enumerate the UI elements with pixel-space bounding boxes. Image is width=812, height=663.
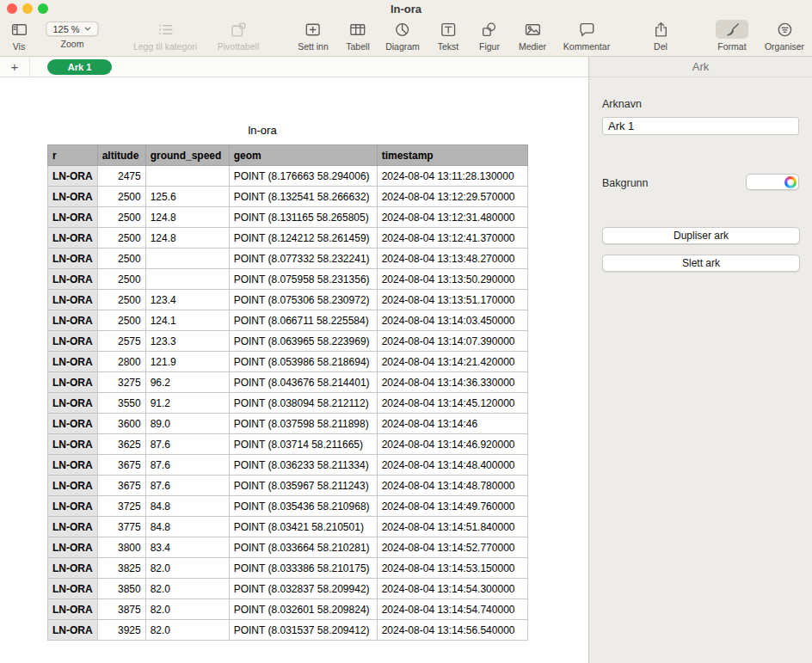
row-header-cell[interactable]: LN-ORA (48, 187, 98, 207)
toolbar-view-button[interactable]: Vis (9, 20, 28, 52)
duplicate-sheet-button[interactable]: Dupliser ark (602, 227, 800, 244)
table-cell[interactable]: 2024-08-04 13:14:56.540000 (377, 620, 527, 641)
table-cell[interactable]: 3850 (97, 579, 145, 599)
table-cell[interactable]: 2024-08-04 13:14:46.920000 (377, 434, 527, 455)
table-cell[interactable]: 2024-08-04 13:14:54.300000 (377, 579, 527, 599)
background-color-well[interactable] (746, 174, 799, 190)
column-header[interactable]: timestamp (377, 145, 527, 166)
table-cell[interactable]: 2500 (97, 187, 145, 207)
table-cell[interactable]: 96.2 (145, 372, 229, 393)
sheet-tab-ark1[interactable]: Ark 1 (47, 59, 112, 75)
table-cell[interactable]: 2024-08-04 13:14:03.450000 (377, 310, 527, 331)
table-cell[interactable]: POINT (8.063965 58.223969) (229, 331, 377, 352)
row-header-cell[interactable]: LN-ORA (48, 352, 98, 372)
row-header-cell[interactable]: LN-ORA (48, 166, 98, 187)
table-cell[interactable] (145, 249, 229, 269)
table-cell[interactable]: 87.6 (145, 434, 229, 455)
sheet-name-input[interactable] (602, 117, 799, 135)
table-cell[interactable]: POINT (8.075958 58.231356) (229, 269, 377, 290)
row-header-cell[interactable]: LN-ORA (48, 207, 98, 228)
table-cell[interactable]: 2024-08-04 13:11:28.130000 (377, 166, 527, 187)
toolbar-chart-button[interactable]: Diagram (385, 20, 420, 52)
table-cell[interactable]: POINT (8.032837 58.209942) (229, 579, 377, 599)
table-cell[interactable]: POINT (8.033664 58.210281) (229, 537, 377, 558)
row-header-cell[interactable]: LN-ORA (48, 476, 98, 496)
table-cell[interactable]: 3775 (97, 517, 145, 537)
add-sheet-button[interactable]: + (0, 57, 30, 77)
table-cell[interactable]: 2024-08-04 13:12:29.570000 (377, 187, 527, 207)
zoom-popup-button[interactable]: 125 % (46, 21, 98, 36)
table-cell[interactable]: POINT (8.053986 58.218694) (229, 352, 377, 372)
table-cell[interactable]: 2024-08-04 13:14:45.120000 (377, 393, 527, 414)
row-header-cell[interactable]: LN-ORA (48, 517, 98, 537)
table-cell[interactable]: POINT (8.077332 58.232241) (229, 249, 377, 269)
delete-sheet-button[interactable]: Slett ark (602, 255, 800, 272)
table-cell[interactable]: POINT (8.033386 58.210175) (229, 558, 377, 579)
table-cell[interactable]: 2575 (97, 331, 145, 352)
row-header-cell[interactable]: LN-ORA (48, 434, 98, 455)
table-cell[interactable]: 2800 (97, 352, 145, 372)
column-header[interactable]: altitude (97, 145, 145, 166)
table-cell[interactable]: POINT (8.043676 58.214401) (229, 372, 377, 393)
table-cell[interactable]: 84.8 (145, 496, 229, 517)
table-cell[interactable]: 91.2 (145, 393, 229, 414)
row-header-cell[interactable]: LN-ORA (48, 414, 98, 434)
table-cell[interactable]: 82.0 (145, 579, 229, 599)
table-cell[interactable]: 2024-08-04 13:14:48.400000 (377, 455, 527, 476)
table-cell[interactable]: 3600 (97, 414, 145, 434)
table-cell[interactable]: 2024-08-04 13:12:31.480000 (377, 207, 527, 228)
table-cell[interactable]: 3675 (97, 455, 145, 476)
table-cell[interactable]: 3825 (97, 558, 145, 579)
table-cell[interactable]: 124.8 (145, 207, 229, 228)
row-header-cell[interactable]: LN-ORA (48, 537, 98, 558)
row-header-cell[interactable]: LN-ORA (48, 599, 98, 620)
table-cell[interactable]: 124.1 (145, 310, 229, 331)
table-title[interactable]: ln-ora (47, 124, 477, 137)
table-cell[interactable] (145, 269, 229, 290)
table-cell[interactable]: POINT (8.03421 58.210501) (229, 517, 377, 537)
table-cell[interactable]: 2024-08-04 13:14:54.740000 (377, 599, 527, 620)
table-cell[interactable]: POINT (8.132541 58.266632) (229, 187, 377, 207)
table-cell[interactable]: 2500 (97, 290, 145, 310)
table-cell[interactable]: 3625 (97, 434, 145, 455)
table-cell[interactable]: 3550 (97, 393, 145, 414)
table-cell[interactable]: 2024-08-04 13:14:53.150000 (377, 558, 527, 579)
table-cell[interactable]: POINT (8.075306 58.230972) (229, 290, 377, 310)
table-cell[interactable]: POINT (8.066711 58.225584) (229, 310, 377, 331)
toolbar-organize-button[interactable]: Organiser (765, 20, 804, 52)
row-header-cell[interactable]: LN-ORA (48, 496, 98, 517)
table-cell[interactable]: 2024-08-04 13:13:50.290000 (377, 269, 527, 290)
table-cell[interactable]: 89.0 (145, 414, 229, 434)
toolbar-insert-button[interactable]: Sett inn (298, 20, 329, 52)
table-cell[interactable]: 3725 (97, 496, 145, 517)
table-cell[interactable]: 2500 (97, 249, 145, 269)
table-cell[interactable]: 2024-08-04 13:14:51.840000 (377, 517, 527, 537)
table-cell[interactable]: POINT (8.035967 58.211243) (229, 476, 377, 496)
toolbar-format-button[interactable]: Format (716, 20, 748, 52)
table-cell[interactable]: 3675 (97, 476, 145, 496)
table-cell[interactable]: POINT (8.031537 58.209412) (229, 620, 377, 641)
row-header-cell[interactable]: LN-ORA (48, 579, 98, 599)
table-cell[interactable]: POINT (8.176663 58.294006) (229, 166, 377, 187)
table-cell[interactable]: 3275 (97, 372, 145, 393)
row-header-cell[interactable]: LN-ORA (48, 393, 98, 414)
table-cell[interactable]: POINT (8.036233 58.211334) (229, 455, 377, 476)
table-cell[interactable]: 2024-08-04 13:14:21.420000 (377, 352, 527, 372)
table-cell[interactable]: 82.0 (145, 558, 229, 579)
table-cell[interactable]: 82.0 (145, 599, 229, 620)
toolbar-media-button[interactable]: Medier (519, 20, 546, 52)
table-cell[interactable]: 2024-08-04 13:14:49.760000 (377, 496, 527, 517)
table-cell[interactable]: POINT (8.131165 58.265805) (229, 207, 377, 228)
table-cell[interactable]: 87.6 (145, 455, 229, 476)
table-cell[interactable]: 2024-08-04 13:14:07.390000 (377, 331, 527, 352)
row-header-cell[interactable]: LN-ORA (48, 310, 98, 331)
table-cell[interactable]: POINT (8.038094 58.212112) (229, 393, 377, 414)
table-cell[interactable]: 3800 (97, 537, 145, 558)
table-cell[interactable]: POINT (8.03714 58.211665) (229, 434, 377, 455)
table-cell[interactable]: 82.0 (145, 620, 229, 641)
table-cell[interactable]: POINT (8.037598 58.211898) (229, 414, 377, 434)
table-cell[interactable]: 2024-08-04 13:14:46 (377, 414, 527, 434)
table-cell[interactable]: POINT (8.035436 58.210968) (229, 496, 377, 517)
table-cell[interactable]: 2024-08-04 13:12:41.370000 (377, 228, 527, 249)
row-header-cell[interactable]: LN-ORA (48, 290, 98, 310)
